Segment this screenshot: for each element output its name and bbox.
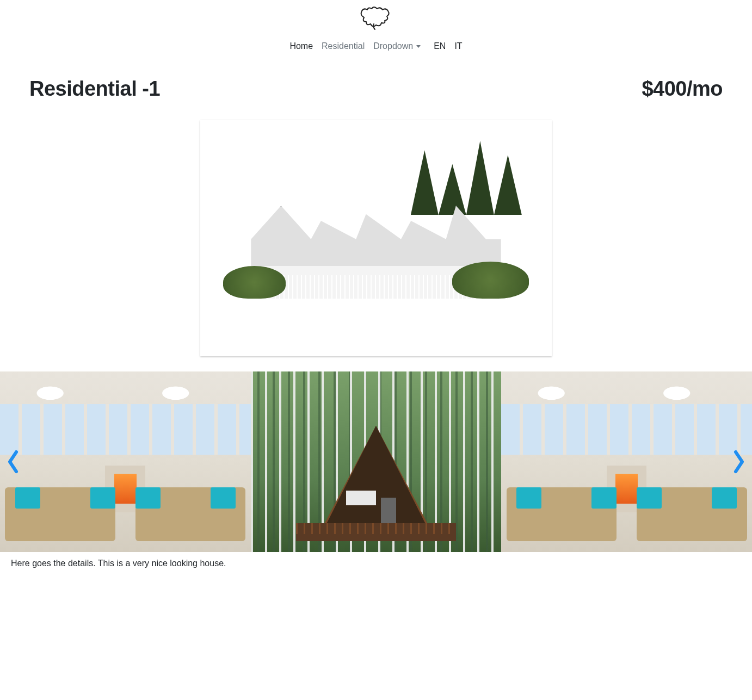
nav-links: Home Residential Dropdown EN IT — [285, 37, 466, 55]
slide-pillow — [637, 487, 662, 509]
listing-container: Residential -1 $400/mo — [0, 55, 752, 356]
carousel-next-button[interactable] — [729, 449, 749, 475]
slide-windows — [0, 404, 251, 455]
chevron-down-icon — [416, 45, 421, 48]
logo[interactable] — [359, 5, 393, 32]
carousel-slide[interactable] — [0, 371, 251, 552]
nav-home[interactable]: Home — [285, 37, 317, 55]
hero-image-bush — [452, 262, 528, 299]
slide-pillow — [211, 487, 236, 509]
nav-lang-en[interactable]: EN — [429, 37, 450, 55]
slide-pillow — [135, 487, 161, 509]
slide-pillow — [712, 487, 737, 509]
listing-details: Here goes the details. This is a very ni… — [0, 552, 752, 579]
nav-dropdown[interactable]: Dropdown — [369, 37, 425, 55]
hero-image — [200, 120, 552, 356]
nav-lang-it[interactable]: IT — [450, 37, 466, 55]
slide-pillow — [591, 487, 617, 509]
hero-image-bush — [223, 266, 286, 299]
title-row: Residential -1 $400/mo — [29, 77, 723, 101]
logo-icon — [359, 5, 393, 32]
image-carousel — [0, 371, 752, 552]
hero-image-wrap — [29, 120, 723, 356]
listing-price: $400/mo — [642, 77, 723, 101]
slide-pillow — [15, 487, 40, 509]
hero-image-trees — [202, 169, 550, 215]
carousel-slide[interactable] — [501, 371, 752, 552]
slide-pillow — [516, 487, 541, 509]
chevron-right-icon — [731, 450, 747, 474]
carousel-prev-button[interactable] — [3, 449, 23, 475]
nav-dropdown-label: Dropdown — [373, 41, 413, 51]
page-title: Residential -1 — [29, 77, 160, 101]
slide-pillow — [90, 487, 115, 509]
navbar: Home Residential Dropdown EN IT — [0, 0, 752, 55]
carousel-slide[interactable] — [251, 371, 502, 552]
slide-windows — [501, 404, 752, 455]
nav-residential[interactable]: Residential — [317, 37, 369, 55]
slide-aframe-window — [346, 491, 376, 505]
slide-deck-rail — [296, 523, 457, 534]
chevron-left-icon — [5, 450, 21, 474]
